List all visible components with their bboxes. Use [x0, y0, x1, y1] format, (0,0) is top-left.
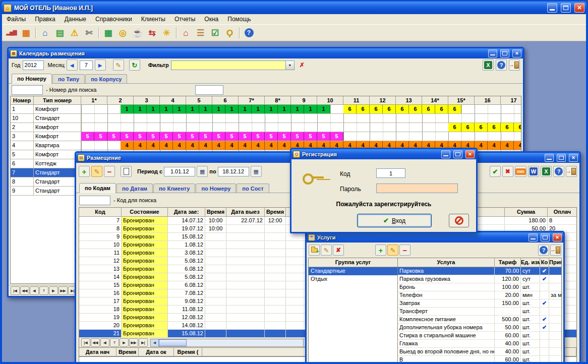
- booking-segment[interactable]: 55555555555555555555: [81, 132, 343, 141]
- cafe-toolbar-button[interactable]: ☕: [131, 26, 144, 40]
- scroll-toolbar-button[interactable]: ☰: [194, 26, 207, 40]
- services-maximize-button[interactable]: [541, 233, 550, 241]
- placement-close-button[interactable]: ✕: [569, 154, 578, 162]
- placement-search-input[interactable]: [195, 85, 223, 95]
- placement-delete-button[interactable]: −: [104, 166, 115, 177]
- placement-apply-button[interactable]: ✔: [490, 166, 501, 177]
- placement-detail-column-header[interactable]: Время: [116, 348, 139, 356]
- record-nav-button[interactable]: ?: [110, 338, 119, 347]
- main-titlebar[interactable]: ⌂ МОЙ ОТЕЛЬ [Иванов И.П.] ✕: [2, 2, 586, 14]
- period-to-input[interactable]: [218, 167, 249, 176]
- service-row[interactable]: Трансфертшт.: [398, 308, 561, 316]
- filter-dropdown-button[interactable]: ▼: [286, 60, 295, 70]
- room-number-cell[interactable]: 5: [11, 150, 34, 159]
- record-nav-button[interactable]: ▶: [120, 338, 129, 347]
- chart-toolbar-button[interactable]: ▂▅▇: [5, 26, 18, 40]
- tab-по Сост[interactable]: по Сост: [237, 184, 269, 193]
- month-input[interactable]: [80, 60, 93, 70]
- month-prev-button[interactable]: ◀: [67, 59, 78, 71]
- minimize-button[interactable]: [547, 3, 557, 13]
- calendar-exit-button[interactable]: →: [509, 59, 520, 71]
- tab-по Типу[interactable]: по Типу: [52, 74, 85, 83]
- room-type-cell[interactable]: Стандарт: [34, 177, 81, 186]
- calendar-excel-button[interactable]: X: [483, 59, 494, 71]
- service-row[interactable]: Глажка40.00шт.: [398, 340, 561, 348]
- record-nav-button[interactable]: ◀◀: [20, 286, 29, 295]
- services-column-header[interactable]: Ко: [540, 258, 549, 267]
- placement-cancel-filter-button[interactable]: ✖: [502, 166, 513, 177]
- menu-item-Окна[interactable]: Окна: [200, 15, 223, 24]
- services-close-button[interactable]: ✕: [553, 233, 562, 241]
- service-row[interactable]: Комплексное питание500.00шт.✔: [398, 316, 561, 324]
- service-edit-button[interactable]: ✎: [387, 245, 398, 256]
- coins-toolbar-button[interactable]: ◎: [116, 26, 130, 40]
- tab-по Корпусу[interactable]: по Корпусу: [85, 74, 127, 83]
- tab-по Датам[interactable]: по Датам: [116, 184, 153, 193]
- placement-exit-button[interactable]: →: [566, 166, 577, 177]
- service-row[interactable]: Телефон20.00минза мин: [398, 291, 561, 299]
- calendar-titlebar[interactable]: ▦ Календарь размещения ✕: [9, 48, 523, 58]
- booking-segment[interactable]: 1111111111111111: [121, 105, 330, 113]
- calendar-maximize-button[interactable]: [500, 49, 509, 57]
- record-nav-button[interactable]: ▶: [49, 286, 58, 295]
- transfer-toolbar-button[interactable]: ⇆: [145, 26, 159, 40]
- service-row[interactable]: Стирка в стиральной машине60.00шт.: [398, 332, 561, 340]
- refresh-button[interactable]: ↻: [129, 59, 140, 71]
- menu-item-Данные[interactable]: Данные: [60, 15, 91, 24]
- tools-toolbar-button[interactable]: ✄: [82, 26, 96, 40]
- table-toolbar-button[interactable]: ▦: [19, 26, 33, 40]
- room-number-cell[interactable]: 6: [11, 159, 34, 168]
- filter-input[interactable]: [171, 60, 286, 70]
- record-nav-button[interactable]: ◀: [100, 338, 109, 347]
- menu-item-Файлы[interactable]: Файлы: [2, 15, 30, 24]
- room-number-cell[interactable]: 7: [11, 168, 34, 177]
- tab-по Номеру[interactable]: по Номеру: [12, 74, 52, 84]
- day-cells-area[interactable]: 55555555555555555555: [81, 132, 521, 141]
- placement-detail-column-header[interactable]: Время (: [174, 348, 202, 356]
- placement-column-header[interactable]: Время: [205, 208, 226, 217]
- close-button[interactable]: ✕: [574, 3, 584, 13]
- home-toolbar-button[interactable]: ⌂: [38, 26, 52, 40]
- placement-column-header[interactable]: Дата выез: [226, 208, 265, 217]
- placement-document-button[interactable]: [121, 166, 132, 177]
- room-number-cell[interactable]: 3: [11, 132, 34, 141]
- room-number-cell[interactable]: 9: [11, 187, 34, 195]
- day-cells-area[interactable]: 1111111111111111666666666: [81, 105, 521, 113]
- placement-hscrollbar[interactable]: ◀ ▶: [150, 339, 312, 347]
- calendar-edit-button[interactable]: ✎: [113, 59, 124, 71]
- record-nav-button[interactable]: ◀◀: [91, 338, 100, 347]
- calendar-toolbar-button[interactable]: ▦: [101, 26, 115, 40]
- service-group-add-button[interactable]: +: [309, 245, 320, 256]
- code-search-input[interactable]: [79, 196, 110, 205]
- record-nav-button[interactable]: ◀: [30, 286, 39, 295]
- services-column-header[interactable]: Прим: [549, 258, 562, 267]
- registration-minimize-button[interactable]: [441, 150, 450, 158]
- money-toolbar-button[interactable]: ▤: [53, 26, 67, 40]
- service-add-button[interactable]: +: [375, 245, 386, 256]
- placement-column-header[interactable]: Оплач: [548, 208, 577, 217]
- service-row[interactable]: Парковка грузовика120.00сут✔: [398, 275, 561, 283]
- room-type-cell[interactable]: Комфорт: [34, 123, 81, 132]
- service-row[interactable]: Выезд во второй половине дня, но не п40.…: [398, 348, 561, 356]
- service-group-item[interactable]: Отдых: [309, 275, 397, 283]
- room-type-cell[interactable]: Стандарт: [34, 114, 81, 123]
- year-input[interactable]: [23, 60, 44, 70]
- maximize-button[interactable]: [561, 3, 571, 13]
- cancel-button[interactable]: [449, 214, 469, 227]
- service-group-delete-button[interactable]: ✘: [333, 245, 344, 256]
- room-type-cell[interactable]: Стандарт: [34, 187, 81, 195]
- room-search-input[interactable]: [12, 85, 43, 95]
- calendar-close-button[interactable]: ✕: [512, 49, 521, 57]
- placement-maximize-button[interactable]: [557, 154, 566, 162]
- record-nav-button[interactable]: |◀: [81, 338, 90, 347]
- tab-по Номеру[interactable]: по Номеру: [196, 184, 236, 193]
- service-group-edit-button[interactable]: ✎: [321, 245, 332, 256]
- menu-item-Клиенты[interactable]: Клиенты: [137, 15, 170, 24]
- calendar-minimize-button[interactable]: [488, 49, 497, 57]
- period-to-calendar-button[interactable]: ▦: [251, 166, 262, 177]
- type-column-header[interactable]: Тип номер: [34, 96, 81, 105]
- placement-column-header[interactable]: Код: [79, 208, 122, 217]
- room-number-cell[interactable]: 8: [11, 177, 34, 186]
- calendar-help-button[interactable]: ?: [496, 59, 507, 71]
- booking-segment[interactable]: 666666666: [343, 105, 461, 113]
